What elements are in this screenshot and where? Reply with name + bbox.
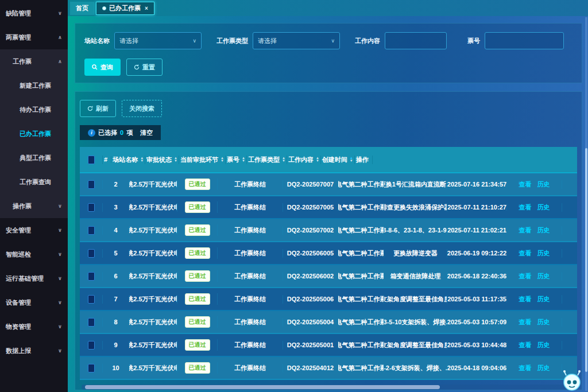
station-name-select[interactable]: 请选择 ∨ bbox=[114, 32, 202, 49]
sidebar-item[interactable]: 工作票 bbox=[0, 49, 68, 73]
query-button[interactable]: 查询 bbox=[84, 59, 121, 76]
work-content: 支架角度调整至最佳角度 bbox=[384, 295, 447, 304]
approval-step: 工作票终结 bbox=[218, 203, 283, 212]
horizontal-scrollbar-thumb[interactable] bbox=[85, 385, 440, 389]
row-actions: 查看 历史 bbox=[507, 272, 562, 281]
work-content: 箱变通信故障处理 bbox=[384, 272, 447, 281]
sidebar-item[interactable]: 典型工作票 bbox=[0, 146, 68, 170]
sidebar-item[interactable]: 待办工作票 bbox=[0, 98, 68, 122]
view-link[interactable]: 查看 bbox=[519, 226, 532, 235]
history-link[interactable]: 历史 bbox=[537, 318, 550, 327]
column-header[interactable]: 工作票类型 ▲▼ bbox=[247, 156, 287, 164]
work-ticket-table: # 场站名称 ▲▼ 审批状态 ▲▼ bbox=[80, 147, 577, 380]
history-link[interactable]: 历史 bbox=[537, 249, 550, 258]
created-time: 2025-05-03 10:57:09 bbox=[447, 319, 507, 325]
sidebar-item[interactable]: 数据上报 bbox=[0, 339, 68, 363]
sidebar-item[interactable]: 工作票查询 bbox=[0, 170, 68, 194]
sidebar-item[interactable]: 已办工作票 bbox=[0, 122, 68, 146]
sidebar-item[interactable]: 两票管理 bbox=[0, 25, 68, 49]
tab-done-tickets[interactable]: 已办工作票 × bbox=[96, 2, 154, 15]
column-header[interactable]: 创建时间 ▲▼ bbox=[321, 156, 355, 164]
sidebar-item[interactable]: 缺陷管理 bbox=[0, 1, 68, 25]
column-header[interactable]: 工作内容 ▲▼ bbox=[287, 156, 321, 164]
sidebar-item-label: 已办工作票 bbox=[20, 130, 51, 138]
chevron-icon bbox=[56, 10, 62, 16]
row-checkbox[interactable] bbox=[88, 249, 95, 258]
row-checkbox[interactable] bbox=[88, 272, 95, 281]
row-checkbox-cell bbox=[80, 318, 103, 327]
sidebar-item[interactable]: 设备管理 bbox=[0, 290, 68, 315]
table-row: 8 临洮2.5万千瓦光伏电... 已通过 工作票终结 DQ2-202505004… bbox=[80, 311, 577, 334]
column-header-label: 操作 bbox=[356, 156, 369, 164]
tab-dot-icon bbox=[102, 6, 106, 10]
reset-button[interactable]: 重置 bbox=[126, 59, 163, 76]
sidebar-item[interactable]: 新建工作票 bbox=[0, 73, 68, 98]
view-link[interactable]: 查看 bbox=[519, 364, 532, 372]
approval-step: 工作票终结 bbox=[218, 249, 283, 258]
sort-carets-icon: ▲▼ bbox=[140, 157, 144, 162]
history-link[interactable]: 历史 bbox=[537, 295, 550, 304]
close-search-button[interactable]: 关闭搜索 bbox=[122, 100, 162, 117]
sidebar-item-label: 缺陷管理 bbox=[6, 9, 31, 18]
clear-selection-link[interactable]: 清空 bbox=[140, 129, 153, 137]
status-badge: 已通过 bbox=[185, 270, 210, 282]
view-link[interactable]: 查看 bbox=[519, 272, 532, 281]
row-checkbox-cell bbox=[80, 272, 103, 281]
assistant-robot-icon[interactable] bbox=[560, 368, 583, 392]
column-header[interactable]: 操作 bbox=[355, 156, 373, 164]
column-header[interactable]: # bbox=[103, 156, 111, 163]
column-header[interactable]: 票号 ▲▼ bbox=[226, 156, 247, 164]
row-checkbox[interactable] bbox=[88, 364, 95, 372]
sidebar-item[interactable]: 物资管理 bbox=[0, 315, 68, 339]
view-link[interactable]: 查看 bbox=[519, 203, 532, 212]
refresh-button[interactable]: 刷新 bbox=[80, 100, 116, 117]
sidebar-item[interactable]: 智能巡检 bbox=[0, 242, 68, 266]
horizontal-scrollbar[interactable] bbox=[82, 385, 574, 390]
sidebar-item[interactable]: 安全管理 bbox=[0, 218, 68, 242]
column-header[interactable]: 当前审批环节 ▲▼ bbox=[179, 156, 226, 164]
created-time: 2025-05-03 11:17:35 bbox=[447, 296, 507, 302]
table-row: 10 临洮2.5万千瓦光伏电... 已通过 工作票终结 DQ2-20250401… bbox=[80, 357, 577, 380]
ticket-number: DQ2-202504012 bbox=[283, 364, 338, 371]
tab-home[interactable]: 首页 bbox=[70, 2, 94, 15]
row-checkbox[interactable] bbox=[88, 341, 95, 350]
ticket-type-select[interactable]: 请选择 ∨ bbox=[253, 32, 340, 49]
reset-button-label: 重置 bbox=[142, 63, 155, 72]
history-link[interactable]: 历史 bbox=[537, 180, 550, 189]
column-header[interactable]: 审批状态 ▲▼ bbox=[145, 156, 179, 164]
sidebar-item[interactable]: 操作票 bbox=[0, 194, 68, 218]
table-body: 2 临洮2.5万千瓦光伏电... 已通过 工作票终结 DQ2-202507007… bbox=[80, 173, 577, 380]
view-link[interactable]: 查看 bbox=[519, 249, 532, 258]
history-link[interactable]: 历史 bbox=[537, 203, 550, 212]
row-checkbox[interactable] bbox=[88, 180, 95, 189]
row-checkbox-cell bbox=[80, 364, 103, 372]
view-link[interactable]: 查看 bbox=[519, 295, 532, 304]
vertical-scrollbar[interactable] bbox=[585, 17, 587, 391]
approval-step: 工作票终结 bbox=[218, 180, 283, 189]
view-link[interactable]: 查看 bbox=[519, 318, 532, 327]
history-link[interactable]: 历史 bbox=[537, 364, 550, 372]
table-header-row: # 场站名称 ▲▼ 审批状态 ▲▼ bbox=[80, 147, 577, 173]
row-number: 3 bbox=[103, 204, 129, 211]
select-all-checkbox[interactable] bbox=[88, 156, 95, 164]
work-content-input[interactable] bbox=[385, 32, 447, 49]
sidebar-item[interactable]: 运行基础管理 bbox=[0, 266, 68, 290]
chevron-icon bbox=[56, 324, 62, 329]
row-checkbox[interactable] bbox=[88, 318, 95, 327]
history-link[interactable]: 历史 bbox=[537, 272, 550, 281]
tab-close-icon[interactable]: × bbox=[145, 5, 148, 11]
station-name-select-value: 请选择 bbox=[119, 37, 138, 45]
view-link[interactable]: 查看 bbox=[519, 180, 532, 189]
history-link[interactable]: 历史 bbox=[537, 226, 550, 235]
ticket-number-input[interactable] bbox=[485, 32, 564, 49]
row-actions: 查看 历史 bbox=[507, 318, 562, 327]
view-link[interactable]: 查看 bbox=[519, 341, 532, 350]
column-header[interactable]: 场站名称 ▲▼ bbox=[111, 156, 145, 164]
history-link[interactable]: 历史 bbox=[537, 341, 550, 350]
row-checkbox[interactable] bbox=[88, 203, 95, 212]
row-checkbox[interactable] bbox=[88, 295, 95, 304]
close-search-button-label: 关闭搜索 bbox=[129, 104, 154, 113]
row-checkbox[interactable] bbox=[88, 226, 95, 235]
vertical-scrollbar-thumb[interactable] bbox=[585, 148, 587, 372]
status-badge: 已通过 bbox=[185, 247, 210, 259]
